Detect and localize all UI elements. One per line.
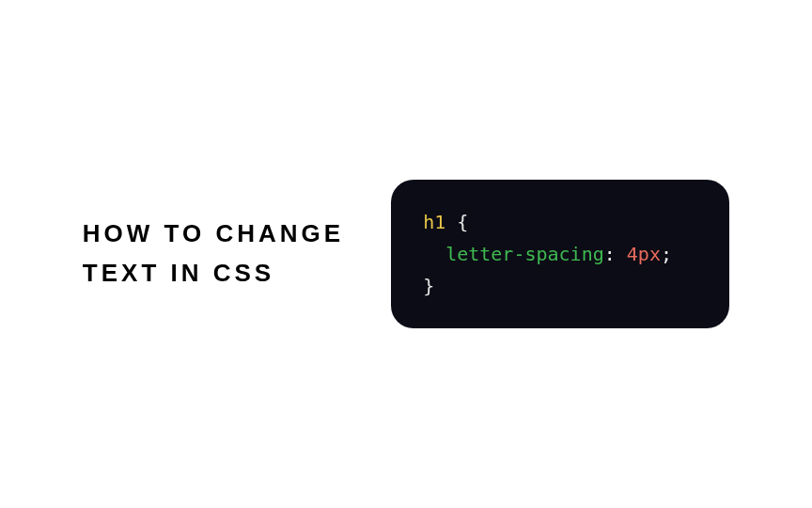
code-line-2: letter-spacing: 4px; <box>423 238 697 270</box>
code-snippet: h1 { letter-spacing: 4px; } <box>391 180 729 328</box>
heading-line-2: text in CSS <box>83 254 344 294</box>
css-property: letter-spacing <box>445 243 604 265</box>
close-brace: } <box>423 275 434 297</box>
tutorial-heading: How to change text in CSS <box>83 214 344 293</box>
code-line-3: } <box>423 270 697 302</box>
heading-line-1: How to change <box>83 214 344 254</box>
open-brace: { <box>445 211 468 233</box>
semicolon: ; <box>661 243 672 265</box>
css-value: 4px <box>627 243 661 265</box>
css-selector: h1 <box>423 211 445 233</box>
code-line-1: h1 { <box>423 206 697 238</box>
colon: : <box>604 243 627 265</box>
